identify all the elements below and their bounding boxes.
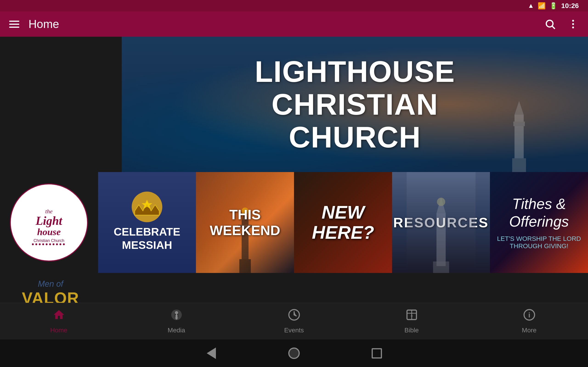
new-here-line1: NEW xyxy=(312,202,374,223)
svg-point-17 xyxy=(46,243,48,245)
nav-home-label: Home xyxy=(50,327,68,334)
svg-rect-7 xyxy=(512,158,526,172)
menu-button[interactable] xyxy=(9,21,19,28)
svg-text:✝: ✝ xyxy=(410,314,414,319)
nav-bible[interactable]: ✝ Bible xyxy=(353,309,470,334)
status-bar: ▲ 📶 🔋 10:26 xyxy=(0,0,588,11)
hero-banner[interactable]: LIGHTHOUSE CHRISTIAN CHURCH xyxy=(122,37,588,172)
hero-line3: CHURCH xyxy=(255,121,455,154)
tithes-subtitle: LET'S WORSHIP THE LORDTHROUGH GIVING! xyxy=(493,235,586,250)
svg-rect-33 xyxy=(433,261,449,273)
hero-lighthouse-decoration xyxy=(496,92,542,172)
svg-rect-27 xyxy=(239,259,251,273)
svg-point-16 xyxy=(42,243,44,245)
svg-rect-31 xyxy=(436,213,446,266)
new-here-text: NEW HERE? xyxy=(312,202,374,243)
logo-cell[interactable]: the Light house Christian Church xyxy=(0,172,98,273)
svg-point-21 xyxy=(60,243,61,245)
this-weekend-cell[interactable]: THIS WEEKEND xyxy=(196,172,294,273)
celebrate-messiah-text: CELEBRATE MESSIAH xyxy=(114,225,180,252)
back-button[interactable] xyxy=(204,346,218,360)
this-weekend-text: THIS WEEKEND xyxy=(196,207,294,238)
more-icon: i xyxy=(523,309,536,324)
svg-point-2 xyxy=(572,20,574,22)
svg-text:Light: Light xyxy=(36,214,63,227)
svg-text:i: i xyxy=(528,311,530,319)
svg-point-3 xyxy=(572,23,574,25)
svg-rect-36 xyxy=(175,314,177,319)
svg-marker-6 xyxy=(515,101,524,115)
svg-point-19 xyxy=(52,243,54,245)
app-bar-title: Home xyxy=(28,17,59,31)
status-time: 10:26 xyxy=(561,2,579,10)
nav-media-label: Media xyxy=(168,327,185,334)
nav-events-label: Events xyxy=(284,327,304,334)
search-button[interactable] xyxy=(544,18,556,30)
svg-point-13 xyxy=(32,243,34,245)
wifi-icon: ▲ xyxy=(528,2,534,9)
svg-text:Christian Church: Christian Church xyxy=(34,238,64,243)
home-icon xyxy=(52,309,65,324)
nav-events[interactable]: Events xyxy=(235,309,353,334)
recents-button[interactable] xyxy=(370,346,384,360)
grid-section: the Light house Christian Church xyxy=(0,172,588,273)
hero-text: LIGHTHOUSE CHRISTIAN CHURCH xyxy=(255,55,455,154)
battery-icon: 🔋 xyxy=(549,2,557,10)
resources-cell[interactable]: RESOURCES xyxy=(392,172,490,273)
more-options-button[interactable] xyxy=(567,18,579,30)
nav-bible-label: Bible xyxy=(405,327,419,334)
lighthouse-logo-svg: the Light house Christian Church xyxy=(19,200,79,245)
svg-text:the: the xyxy=(45,208,52,215)
tithes-title: Tithes &Offerings xyxy=(509,195,569,231)
svg-point-18 xyxy=(49,243,51,245)
svg-point-4 xyxy=(572,26,574,28)
logo-circle: the Light house Christian Church xyxy=(10,184,88,261)
resources-bg-lighthouse xyxy=(392,172,490,273)
nav-more-label: More xyxy=(522,327,536,334)
nav-more[interactable]: i More xyxy=(470,309,588,334)
svg-point-14 xyxy=(35,243,37,245)
tithes-offerings-cell[interactable]: Tithes &Offerings LET'S WORSHIP THE LORD… xyxy=(490,172,588,273)
svg-point-34 xyxy=(437,198,445,206)
app-bar-right xyxy=(544,18,579,30)
svg-line-1 xyxy=(552,26,555,29)
svg-rect-8 xyxy=(513,122,525,126)
celebrate-messiah-cell[interactable]: CELEBRATE MESSIAH xyxy=(98,172,196,273)
nav-home[interactable]: Home xyxy=(0,309,118,334)
svg-point-15 xyxy=(39,243,41,245)
home-button[interactable] xyxy=(287,346,301,360)
svg-point-20 xyxy=(56,243,58,245)
svg-point-0 xyxy=(546,20,553,27)
new-here-line2: HERE? xyxy=(312,223,374,243)
svg-point-22 xyxy=(63,243,65,245)
bible-icon: ✝ xyxy=(405,309,418,324)
events-icon xyxy=(288,309,300,324)
app-bar: Home xyxy=(0,11,588,37)
hero-line2: CHRISTIAN xyxy=(255,88,455,121)
svg-text:house: house xyxy=(37,227,61,237)
svg-point-35 xyxy=(175,311,178,314)
valor-prefix: Men of xyxy=(38,279,63,289)
nav-media[interactable]: Media xyxy=(118,309,235,334)
hero-line1: LIGHTHOUSE xyxy=(255,55,455,88)
celebrate-line1: CELEBRATE xyxy=(114,225,180,239)
system-navigation xyxy=(0,340,588,367)
valor-prefix-text: Men of xyxy=(38,279,63,289)
bottom-navigation: Home Media Events ✝ xyxy=(0,303,588,340)
celebrate-line2: MESSIAH xyxy=(114,239,180,252)
signal-icon: 📶 xyxy=(538,2,546,10)
new-here-cell[interactable]: NEW HERE? xyxy=(294,172,392,273)
crown-icon xyxy=(129,193,165,221)
media-icon xyxy=(170,309,183,324)
left-panel xyxy=(0,37,122,172)
app-bar-left: Home xyxy=(9,17,59,31)
